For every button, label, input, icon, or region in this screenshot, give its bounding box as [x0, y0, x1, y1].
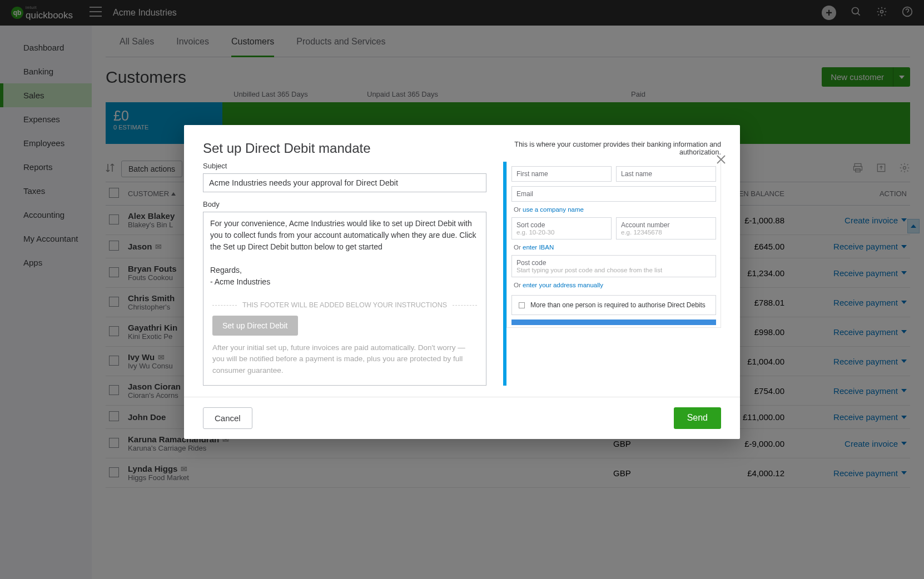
preview-post-code: Post code Start typing your post code an…	[511, 255, 716, 277]
preview-sort-code: Sort code e.g. 10-20-30	[511, 217, 612, 239]
modal-note: This is where your customer provides the…	[493, 141, 721, 156]
preview-iban-link: Or enter IBAN	[509, 242, 718, 253]
modal-preview: First name Last name Email Or use a comp…	[503, 162, 721, 386]
footer-divider: THIS FOOTER WILL BE ADDED BELOW YOUR INS…	[212, 301, 477, 309]
preview-company-link: Or use a company name	[509, 204, 718, 215]
preview-address-link: Or enter your address manually	[509, 279, 718, 291]
footer-message: After your initial set up, future invoic…	[212, 342, 477, 376]
send-button[interactable]: Send	[674, 407, 721, 429]
preview-first-name: First name	[511, 166, 612, 182]
cancel-button[interactable]: Cancel	[203, 407, 252, 429]
body-editor[interactable]: For your convenience, Acme Industries wo…	[203, 212, 486, 386]
preview-auth-checkbox: More than one person is required to auth…	[511, 295, 716, 315]
body-label: Body	[203, 200, 486, 208]
preview-last-name: Last name	[616, 166, 716, 182]
preview-account-number: Account number e.g. 12345678	[616, 217, 716, 239]
subject-input[interactable]	[203, 173, 486, 192]
direct-debit-modal: Set up Direct Debit mandate This is wher…	[184, 125, 740, 439]
modal-footer: Cancel Send	[184, 397, 740, 439]
subject-label: Subject	[203, 162, 486, 170]
close-icon[interactable]	[716, 154, 727, 167]
modal-title: Set up Direct Debit mandate	[203, 141, 371, 156]
body-text[interactable]: For your convenience, Acme Industries wo…	[203, 212, 486, 293]
preview-email: Email	[511, 186, 716, 202]
setup-direct-debit-button-preview: Set up Direct Debit	[212, 316, 298, 336]
preview-submit-bar	[511, 320, 716, 325]
